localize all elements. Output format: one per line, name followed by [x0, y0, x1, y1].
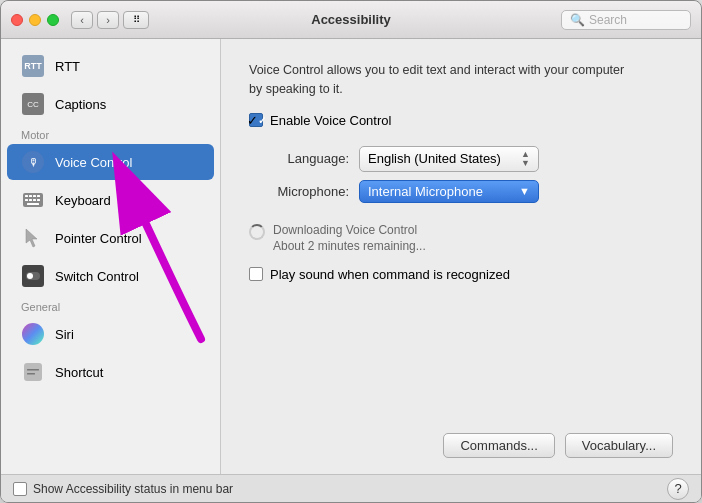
sidebar-item-captions[interactable]: CC Captions — [7, 86, 214, 122]
commands-button[interactable]: Commands... — [443, 433, 554, 458]
microphone-arrow-icon: ▼ — [519, 185, 530, 197]
play-sound-row[interactable]: Play sound when command is recognized — [249, 267, 673, 282]
bottom-buttons: Commands... Vocabulary... — [249, 423, 673, 458]
vocabulary-button[interactable]: Vocabulary... — [565, 433, 673, 458]
language-label: Language: — [249, 151, 349, 166]
sidebar-item-label: Captions — [55, 97, 106, 112]
downloading-section: Downloading Voice Control About 2 minute… — [249, 223, 673, 253]
svg-rect-1 — [25, 195, 28, 197]
enable-voice-control-checkbox[interactable]: ✓ — [249, 113, 263, 127]
sidebar-item-voice-control[interactable]: 🎙 Voice Control — [7, 144, 214, 180]
enable-voice-control-label: Enable Voice Control — [270, 113, 391, 128]
status-bar: Show Accessibility status in menu bar ? — [1, 474, 701, 502]
pointer-icon — [21, 226, 45, 250]
show-status-row[interactable]: Show Accessibility status in menu bar — [13, 482, 233, 496]
checkmark-icon: ✓ — [247, 113, 258, 128]
help-button[interactable]: ? — [667, 478, 689, 500]
svg-rect-8 — [37, 199, 40, 201]
captions-icon: CC — [21, 92, 45, 116]
minimize-button[interactable] — [29, 14, 41, 26]
motor-section-label: Motor — [1, 123, 220, 143]
svg-rect-15 — [27, 373, 35, 375]
siri-icon — [21, 322, 45, 346]
enable-voice-control-row[interactable]: ✓ Enable Voice Control — [249, 113, 673, 128]
content-area: RTT RTT CC Captions Motor 🎙 Voice Contro… — [1, 39, 701, 474]
language-value: English (United States) — [368, 151, 501, 166]
keyboard-icon — [21, 188, 45, 212]
language-arrows: ▲ ▼ — [521, 150, 530, 168]
nav-buttons: ‹ › — [71, 11, 119, 29]
sidebar-item-label: Switch Control — [55, 269, 139, 284]
search-placeholder: Search — [589, 13, 627, 27]
downloading-subtitle: About 2 minutes remaining... — [273, 239, 426, 253]
search-box[interactable]: 🔍 Search — [561, 10, 691, 30]
sidebar-item-shortcut[interactable]: Shortcut — [7, 354, 214, 390]
apps-button[interactable]: ⠿ — [123, 11, 149, 29]
voice-icon: 🎙 — [21, 150, 45, 174]
main-panel: Voice Control allows you to edit text an… — [221, 39, 701, 474]
window-title: Accessibility — [311, 12, 391, 27]
sidebar-item-label: Voice Control — [55, 155, 132, 170]
help-icon: ? — [674, 481, 681, 496]
play-sound-checkbox[interactable] — [249, 267, 263, 281]
svg-rect-5 — [25, 199, 28, 201]
titlebar: ‹ › ⠿ Accessibility 🔍 Search — [1, 1, 701, 39]
maximize-button[interactable] — [47, 14, 59, 26]
close-button[interactable] — [11, 14, 23, 26]
language-select[interactable]: English (United States) ▲ ▼ — [359, 146, 539, 172]
downloading-text: Downloading Voice Control About 2 minute… — [273, 223, 426, 253]
sidebar-item-label: RTT — [55, 59, 80, 74]
show-status-label: Show Accessibility status in menu bar — [33, 482, 233, 496]
svg-rect-13 — [24, 363, 42, 381]
svg-rect-9 — [27, 203, 39, 205]
microphone-select[interactable]: Internal Microphone ▼ — [359, 180, 539, 203]
sidebar: RTT RTT CC Captions Motor 🎙 Voice Contro… — [1, 39, 221, 474]
microphone-label: Microphone: — [249, 184, 349, 199]
general-section-label: General — [1, 295, 220, 315]
downloading-title: Downloading Voice Control — [273, 223, 426, 237]
sidebar-item-label: Shortcut — [55, 365, 103, 380]
sidebar-item-label: Keyboard — [55, 193, 111, 208]
spinner-icon — [249, 224, 265, 240]
microphone-value: Internal Microphone — [368, 184, 483, 199]
play-sound-label: Play sound when command is recognized — [270, 267, 510, 282]
apps-icon: ⠿ — [133, 14, 140, 25]
show-status-checkbox[interactable] — [13, 482, 27, 496]
microphone-row: Microphone: Internal Microphone ▼ — [249, 180, 673, 203]
svg-rect-14 — [27, 369, 39, 371]
search-icon: 🔍 — [570, 13, 585, 27]
forward-icon: › — [106, 14, 110, 26]
svg-rect-7 — [33, 199, 36, 201]
sidebar-item-rtt[interactable]: RTT RTT — [7, 48, 214, 84]
sidebar-item-siri[interactable]: Siri — [7, 316, 214, 352]
sidebar-item-label: Siri — [55, 327, 74, 342]
svg-point-12 — [27, 273, 33, 279]
traffic-lights — [11, 14, 59, 26]
svg-rect-6 — [29, 199, 32, 201]
back-icon: ‹ — [80, 14, 84, 26]
switch-icon — [21, 264, 45, 288]
svg-rect-3 — [33, 195, 36, 197]
sidebar-item-label: Pointer Control — [55, 231, 142, 246]
sidebar-item-keyboard[interactable]: Keyboard — [7, 182, 214, 218]
svg-rect-4 — [37, 195, 40, 197]
sidebar-item-switch-control[interactable]: Switch Control — [7, 258, 214, 294]
forward-button[interactable]: › — [97, 11, 119, 29]
sidebar-item-pointer-control[interactable]: Pointer Control — [7, 220, 214, 256]
svg-rect-2 — [29, 195, 32, 197]
shortcut-icon — [21, 360, 45, 384]
form-rows: Language: English (United States) ▲ ▼ Mi… — [249, 146, 673, 203]
svg-marker-10 — [26, 229, 37, 247]
rtt-icon: RTT — [21, 54, 45, 78]
description-text: Voice Control allows you to edit text an… — [249, 61, 629, 99]
language-row: Language: English (United States) ▲ ▼ — [249, 146, 673, 172]
back-button[interactable]: ‹ — [71, 11, 93, 29]
